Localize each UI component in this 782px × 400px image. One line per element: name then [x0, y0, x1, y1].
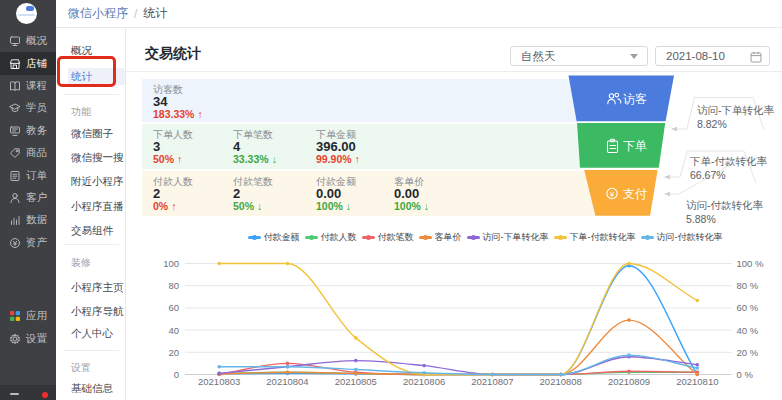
tag-icon-shape	[9, 147, 21, 159]
apps-icon	[9, 310, 21, 322]
coin-icon	[9, 237, 21, 249]
primary-nav-bottom: 应用设置	[0, 305, 56, 350]
conversion-label-visit-pay: 访问-付款转化率 5.88%	[686, 198, 763, 226]
sidebar-item-goods[interactable]: 商品	[0, 142, 56, 164]
sidebar-collapse-bar[interactable]	[0, 385, 56, 400]
submenu-item-附近小程序[interactable]: 附近小程序	[56, 168, 126, 194]
logo-blob	[26, 6, 34, 11]
legend-item-付款金额[interactable]: 付款金额	[248, 231, 300, 244]
submenu-item-小程序主页[interactable]: 小程序主页	[56, 274, 126, 300]
stat-value: 396.00	[316, 139, 356, 154]
sidebar-item-label: 概况	[26, 34, 47, 48]
legend-item-访问-下单转化率[interactable]: 访问-下单转化率	[467, 231, 549, 244]
sidebar-item-asset[interactable]: 资产	[0, 232, 56, 254]
conversion-label-order-pay: 下单-付款转化率 66.67%	[690, 154, 767, 182]
person-icon-shape	[9, 192, 21, 204]
stat-value: 0.00	[316, 186, 341, 201]
date-picker[interactable]: 2021-08-10	[655, 46, 770, 66]
cap-icon-shape-shape	[10, 104, 20, 109]
cap-icon	[9, 102, 21, 114]
legend-marker-icon	[305, 233, 318, 241]
person-icon	[9, 192, 21, 204]
legend-marker-icon	[419, 233, 432, 241]
shop-icon-shape-shape	[11, 59, 20, 62]
shop-icon-shape-shape	[14, 65, 17, 69]
legend-item-付款笔数[interactable]: 付款笔数	[362, 231, 414, 244]
apps-icon-shape-shape	[16, 317, 20, 321]
submenu-item-微信搜一搜[interactable]: 微信搜一搜	[56, 144, 126, 170]
shop-icon-shape-shape	[11, 63, 19, 69]
app-logo-avatar[interactable]	[16, 3, 37, 24]
arrow-up-icon: ↑	[177, 153, 182, 165]
legend-label: 客单价	[435, 231, 462, 244]
submenu-item-微信圈子[interactable]: 微信圈子	[56, 120, 126, 146]
submenu-item-个人中心[interactable]: 个人中心	[56, 320, 126, 346]
conversion-name: 下单-付款转化率	[690, 154, 767, 168]
apps-icon-shape	[9, 310, 21, 322]
topbar: 微信小程序 / 统计	[56, 0, 782, 28]
breadcrumb-parent[interactable]: 微信小程序	[68, 5, 128, 22]
submenu-item-小程序直播[interactable]: 小程序直播	[56, 193, 126, 219]
arrow-down-icon: ↓	[272, 153, 277, 165]
legend-label: 付款金额	[264, 231, 300, 244]
submenu-item-基础信息[interactable]: 基础信息	[56, 375, 126, 400]
sidebar-item-customer[interactable]: 客户	[0, 187, 56, 209]
red-annotation-box	[57, 56, 116, 87]
book-icon-shape	[9, 80, 21, 92]
legend-item-付款人数[interactable]: 付款人数	[305, 231, 357, 244]
sidebar-item-shop[interactable]: 店铺	[0, 52, 56, 74]
legend-marker-icon-shape	[423, 235, 428, 240]
sidebar-item-data[interactable]: 数据	[0, 209, 56, 231]
stat-change: 100%↓	[394, 200, 429, 212]
stat-付款人数: 付款人数20%↑	[153, 171, 231, 216]
sidebar-item-student[interactable]: 学员	[0, 97, 56, 119]
bar-chart-icon-shape	[9, 214, 21, 226]
stat-change: 50%↑	[153, 153, 182, 165]
submenu-item-交易组件[interactable]: 交易组件	[56, 217, 126, 243]
apps-icon-shape-shape	[16, 311, 20, 315]
stat-value: 2	[233, 186, 240, 201]
person-icon-shape-shape	[11, 198, 19, 202]
conversion-value: 66.67%	[690, 168, 767, 182]
stats-row: 下单人数350%↑下单笔数433.33%↓下单金额396.0099.90%↑	[142, 124, 580, 169]
collapse-icon	[10, 393, 19, 395]
monitor-icon-shape	[9, 35, 21, 47]
apps-icon-shape-shape	[10, 317, 14, 321]
legend-marker-icon	[467, 233, 480, 241]
legend-item-下单-付款转化率[interactable]: 下单-付款转化率	[554, 231, 636, 244]
stat-change: 99.90%↑	[316, 153, 360, 165]
sidebar-item-label: 订单	[26, 169, 47, 183]
legend-item-客单价[interactable]: 客单价	[419, 231, 462, 244]
sidebar-item-label: 设置	[26, 332, 47, 346]
breadcrumb-current: 统计	[143, 5, 167, 22]
sidebar-item-teaching[interactable]: 教务	[0, 120, 56, 142]
conversion-name: 访问-下单转化率	[697, 103, 774, 117]
stat-change: 0%↑	[153, 200, 176, 212]
legend-marker-icon-shape	[471, 235, 476, 240]
stat-客单价: 客单价0.00100%↓	[394, 171, 472, 216]
breadcrumb-separator: /	[134, 7, 137, 21]
sidebar-item-order[interactable]: 订单	[0, 164, 56, 186]
primary-sidebar: 概况店铺课程学员教务商品订单客户数据资产 应用设置	[0, 0, 56, 400]
sidebar-item-overview[interactable]: 概况	[0, 30, 56, 52]
sidebar-item-label: 课程	[26, 79, 47, 93]
stat-value: 2	[153, 186, 160, 201]
board-icon-shape-shape	[11, 127, 20, 133]
calendar-icon-shape	[751, 53, 761, 62]
sidebar-item-course[interactable]: 课程	[0, 75, 56, 97]
legend-marker-icon-shape	[309, 235, 314, 240]
sidebar-item-settings[interactable]: 设置	[0, 327, 56, 349]
legend-item-访问-付款转化率[interactable]: 访问-付款转化率	[641, 231, 723, 244]
monitor-icon-shape-shape	[11, 37, 20, 44]
stat-change: 183.33%↑	[153, 108, 203, 120]
legend-marker-icon-shape	[366, 235, 371, 240]
period-select-value: 自然天	[521, 50, 556, 62]
stat-change: 33.33%↓	[233, 153, 277, 165]
main-content: 交易统计 自然天 2021-08-10 访客数34183.33%↑下单人数350…	[126, 28, 782, 400]
submenu-divider	[64, 94, 119, 95]
sidebar-item-apps[interactable]: 应用	[0, 305, 56, 327]
chevron-down-icon	[630, 54, 638, 59]
period-select[interactable]: 自然天	[510, 46, 648, 66]
stat-change: 50%↓	[233, 200, 262, 212]
gear-icon-shape-shape	[13, 337, 17, 341]
